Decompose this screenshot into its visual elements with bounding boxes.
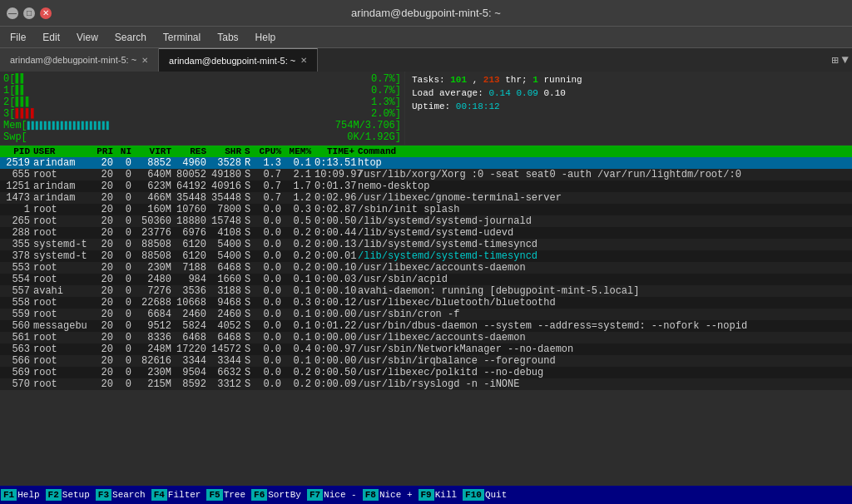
fn-key-f6[interactable]: F6	[251, 489, 267, 501]
table-row[interactable]: 566 root 20 0 82616 3344 3344 S 0.0 0.1 …	[0, 355, 852, 367]
col-user: messagebu	[33, 320, 93, 332]
col-mem: 0.1	[285, 274, 315, 285]
table-row[interactable]: 569 root 20 0 230M 9504 6632 S 0.0 0.2 0…	[0, 367, 852, 378]
table-row[interactable]: 1473 arindam 20 0 466M 35448 35448 S 0.7…	[0, 192, 852, 204]
table-row[interactable]: 561 root 20 0 8336 6468 6468 S 0.0 0.1 0…	[0, 332, 852, 343]
col-s: S	[245, 227, 255, 239]
fn-key-f3[interactable]: F3	[96, 489, 111, 501]
col-res: 10668	[175, 297, 210, 309]
col-pid: 566	[2, 355, 33, 367]
header-s: S	[245, 146, 255, 156]
menu-file[interactable]: File	[3, 30, 32, 45]
col-shr: 49180	[210, 169, 245, 180]
tab-2[interactable]: arindam@debugpoint-mint-5: ~ ✕	[159, 48, 318, 72]
table-row[interactable]: 560 messagebu 20 0 9512 5824 4052 S 0.0 …	[0, 320, 852, 332]
col-s: S	[245, 285, 255, 297]
maximize-button[interactable]: □	[23, 7, 35, 19]
col-pid: 655	[2, 169, 33, 180]
process-section: PID USER PRI NI VIRT RES SHR S CPU% MEM%…	[0, 146, 852, 486]
col-ni: 0	[116, 343, 135, 355]
col-time: 0:00.01	[315, 250, 358, 262]
col-mem: 0.3	[285, 204, 315, 215]
col-res: 6120	[175, 239, 210, 250]
table-row[interactable]: 2519 arindam 20 0 8852 4960 3528 R 1.3 0…	[0, 157, 852, 169]
tab-new-icon[interactable]: ⊞	[831, 53, 838, 67]
table-row[interactable]: 1 root 20 0 160M 10760 7800 S 0.0 0.3 0:…	[0, 204, 852, 215]
fn-label-f7: Nice -	[324, 490, 357, 500]
col-virt: 466M	[135, 192, 175, 204]
col-user: root	[33, 297, 93, 309]
menu-search[interactable]: Search	[108, 30, 153, 45]
fn-key-f10[interactable]: F10	[463, 489, 484, 501]
col-user: root	[33, 215, 93, 227]
col-shr: 35448	[210, 192, 245, 204]
col-virt: 88508	[135, 250, 175, 262]
col-pri: 20	[93, 320, 116, 332]
menu-terminal[interactable]: Terminal	[156, 30, 207, 45]
fn-key-f2[interactable]: F2	[46, 489, 62, 501]
tab-1[interactable]: arindam@debugpoint-mint-5: ~ ✕	[0, 48, 159, 72]
col-res: 7188	[175, 262, 210, 274]
fn-key-f7[interactable]: F7	[307, 489, 323, 501]
col-pid: 355	[2, 239, 33, 250]
col-mem: 0.1	[285, 332, 315, 343]
window: — □ ✕ arindam@debugpoint-mint-5: ~ File …	[0, 0, 852, 504]
col-cmd: /usr/sbin/irqbalance --foreground	[358, 355, 850, 367]
table-row[interactable]: 563 root 20 0 248M 17220 14572 S 0.0 0.4…	[0, 343, 852, 355]
menu-edit[interactable]: Edit	[36, 30, 67, 45]
col-virt: 2480	[135, 274, 175, 285]
col-user: root	[33, 378, 93, 390]
table-header: PID USER PRI NI VIRT RES SHR S CPU% MEM%…	[0, 146, 852, 157]
col-virt: 7276	[135, 285, 175, 297]
col-cpu: 0.0	[255, 239, 285, 250]
table-row[interactable]: 559 root 20 0 6684 2460 2460 S 0.0 0.1 0…	[0, 309, 852, 320]
col-cmd: /usr/libexec/bluetooth/bluetoothd	[358, 297, 850, 309]
col-pid: 561	[2, 332, 33, 343]
col-user: systemd-t	[33, 250, 93, 262]
col-time: 0:00.00	[315, 355, 358, 367]
table-row[interactable]: 378 systemd-t 20 0 88508 6120 5400 S 0.0…	[0, 250, 852, 262]
table-row[interactable]: 554 root 20 0 2480 984 1660 S 0.0 0.1 0:…	[0, 274, 852, 285]
col-s: S	[245, 320, 255, 332]
menu-tabs[interactable]: Tabs	[211, 30, 245, 45]
fn-key-f4[interactable]: F4	[151, 489, 167, 501]
tab-menu-icon[interactable]: ▼	[842, 53, 849, 67]
col-user: arindam	[33, 192, 93, 204]
col-ni: 0	[116, 250, 135, 262]
table-row[interactable]: 288 root 20 0 23776 6976 4108 S 0.0 0.2 …	[0, 227, 852, 239]
table-row[interactable]: 557 avahi 20 0 7276 3536 3188 S 0.0 0.1 …	[0, 285, 852, 297]
minimize-button[interactable]: —	[7, 7, 18, 19]
col-mem: 1.2	[285, 192, 315, 204]
table-row[interactable]: 265 root 20 0 50360 18880 15748 S 0.0 0.…	[0, 215, 852, 227]
col-s: S	[245, 250, 255, 262]
col-shr: 14572	[210, 343, 245, 355]
col-res: 80052	[175, 169, 210, 180]
menu-view[interactable]: View	[70, 30, 105, 45]
col-user: root	[33, 355, 93, 367]
col-s: S	[245, 192, 255, 204]
fn-key-f8[interactable]: F8	[363, 489, 379, 501]
col-time: 0:00.97	[315, 343, 358, 355]
fn-key-f1[interactable]: F1	[1, 489, 17, 501]
header-cpu: CPU%	[255, 146, 285, 156]
col-time: 0:02.96	[315, 192, 358, 204]
col-user: root	[33, 204, 93, 215]
terminal-content: 0[ ▌▌ 0.7%] 1[ ▌▌ 0.7%] 2[ ▌▌▌ 1.3%]	[0, 72, 852, 486]
table-row[interactable]: 655 root 20 0 640M 80052 49180 S 0.7 2.1…	[0, 169, 852, 180]
col-s: S	[245, 309, 255, 320]
fn-key-f5[interactable]: F5	[206, 489, 222, 501]
table-row[interactable]: 570 root 20 0 215M 8592 3312 S 0.0 0.2 0…	[0, 378, 852, 390]
table-row[interactable]: 355 systemd-t 20 0 88508 6120 5400 S 0.0…	[0, 239, 852, 250]
col-ni: 0	[116, 285, 135, 297]
col-time: 0:00.10	[315, 262, 358, 274]
fn-key-f9[interactable]: F9	[419, 489, 434, 501]
close-button[interactable]: ✕	[40, 7, 52, 19]
tab-2-close[interactable]: ✕	[300, 56, 307, 65]
table-row[interactable]: 1251 arindam 20 0 623M 64192 40916 S 0.7…	[0, 180, 852, 192]
col-pri: 20	[93, 192, 116, 204]
col-virt: 640M	[135, 169, 175, 180]
table-row[interactable]: 553 root 20 0 230M 7188 6468 S 0.0 0.2 0…	[0, 262, 852, 274]
tab-1-close[interactable]: ✕	[141, 56, 148, 65]
table-row[interactable]: 558 root 20 0 22688 10668 9468 S 0.0 0.3…	[0, 297, 852, 309]
menu-help[interactable]: Help	[249, 30, 283, 45]
